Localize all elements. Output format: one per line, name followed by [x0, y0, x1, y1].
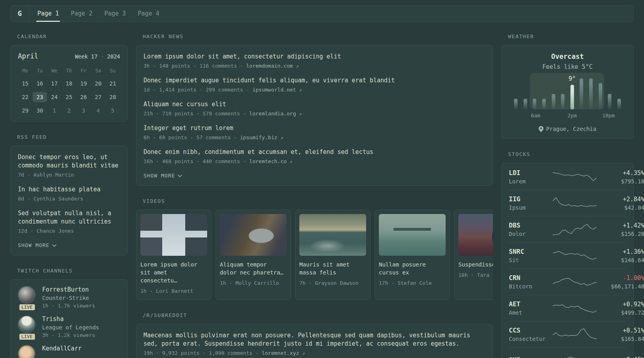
reddit-post-domain[interactable]: loremnet.xyz	[262, 350, 299, 356]
subreddit-card: Maecenas mollis pulvinar erat non posuer…	[136, 324, 493, 358]
calendar-day-next-month: 3	[76, 105, 91, 116]
video-meta: 18h · Tara	[458, 272, 493, 278]
video-card[interactable]: Nullam posuere cursus ex 17h · Stefan Co…	[374, 210, 450, 300]
hacker-news-widget: HACKER NEWS Lorem ipsum dolor sit amet, …	[136, 33, 493, 186]
location-pin-icon	[539, 126, 543, 132]
rss-widget: RSS FEED Donec tempor eros leo, ut commo…	[10, 134, 128, 255]
hn-item-domain[interactable]: loremlandia.org	[249, 111, 296, 117]
stock-price: $499.72	[597, 309, 644, 316]
rss-item-meta: 7d · Ashlyn Martin	[18, 172, 120, 178]
calendar-day: 28	[105, 92, 120, 102]
twitch-channel-meta: 3h · 1.2k viewers	[42, 332, 99, 338]
live-badge: LIVE	[19, 304, 36, 311]
hn-item-stats: 21h · 710 points · 579 comments ·	[144, 111, 246, 117]
calendar-dow: Th	[62, 66, 76, 75]
weather-time-labels: 6am 2pm 10pm	[513, 113, 622, 120]
stock-sparkline	[552, 222, 597, 237]
hn-show-more-button[interactable]: SHOW MORE	[144, 173, 182, 179]
rss-item-title[interactable]: Donec tempor eros leo, ut commodo mauris…	[18, 153, 120, 170]
hn-item-title[interactable]: Integer eget rutrum lorem	[144, 124, 485, 132]
stock-sparkline	[552, 353, 597, 358]
hn-item-domain[interactable]: loremtech.co	[249, 158, 287, 164]
video-card[interactable]: Mauris sit amet massa felis 7h · Grayson…	[295, 210, 370, 300]
calendar-day: 16	[33, 78, 47, 89]
video-meta: 1h · Molly Carrillo	[220, 280, 287, 286]
hn-item-title[interactable]: Lorem ipsum dolor sit amet, consectetur …	[144, 53, 485, 61]
video-thumbnail[interactable]	[379, 214, 446, 256]
stock-sparkline	[552, 196, 597, 211]
twitch-channel-name[interactable]: Trisha	[42, 315, 99, 323]
twitch-channel-name[interactable]: ForrestBurton	[42, 286, 95, 293]
external-link-icon: ↗	[299, 88, 302, 93]
avatar[interactable]	[18, 315, 35, 333]
calendar-day: 22	[18, 92, 33, 102]
rss-show-more-button[interactable]: SHOW MORE	[18, 242, 56, 248]
video-thumbnail[interactable]	[220, 214, 287, 256]
video-title[interactable]: Aliquam tempor dolor nec pharetra…	[220, 261, 287, 276]
weather-condition: Overcast	[509, 53, 626, 60]
video-card[interactable]: Aliquam tempor dolor nec pharetra… 1h · …	[215, 210, 291, 300]
video-card[interactable]: Lorem ipsum dolor sit amet consectetu… 1…	[136, 210, 211, 300]
avatar[interactable]	[18, 345, 35, 358]
weather-bar	[552, 94, 555, 109]
stock-price: $66,171.48	[597, 283, 644, 290]
reddit-post-title[interactable]: Maecenas mollis pulvinar erat non posuer…	[144, 331, 485, 348]
video-thumbnail[interactable]	[458, 214, 493, 256]
video-thumbnail[interactable]	[299, 214, 366, 256]
app-logo[interactable]: G	[11, 6, 29, 21]
calendar-week-info: Week 17 · 2024	[75, 53, 120, 60]
twitch-channel[interactable]: LIVE Trisha League of Legends 3h · 1.2k …	[18, 315, 120, 338]
rss-item: Donec tempor eros leo, ut commodo mauris…	[18, 153, 120, 178]
tab-page-4[interactable]: Page 4	[132, 6, 165, 21]
hn-item: Integer eget rutrum lorem 6h · 60 points…	[144, 124, 485, 140]
hn-item-meta: 16h · 468 points · 440 comments · loremt…	[144, 158, 485, 164]
stock-ticker: AET	[509, 300, 552, 308]
hn-item-title[interactable]: Donec imperdiet augue tincidunt felis al…	[144, 76, 485, 85]
stock-sparkline	[552, 301, 597, 316]
weather-section-title: WEATHER	[508, 33, 634, 39]
video-card[interactable]: Suspendisse diam 18h · Tara	[454, 210, 493, 300]
stock-change: +1.42%	[597, 222, 644, 229]
twitch-channel-name[interactable]: KendallCarr	[42, 345, 81, 352]
hn-item-title[interactable]: Aliquam nec cursus elit	[144, 100, 485, 109]
hn-item-domain[interactable]: ipsumify.biz	[240, 134, 277, 140]
twitch-avatar-wrap: LIVE	[18, 315, 36, 338]
video-title[interactable]: Nullam posuere cursus ex	[379, 261, 446, 276]
weather-bar	[561, 94, 564, 109]
calendar-dow: Mo	[18, 66, 33, 75]
video-title[interactable]: Suspendisse diam	[458, 261, 493, 268]
tab-page-3[interactable]: Page 3	[98, 6, 132, 21]
video-title[interactable]: Mauris sit amet massa felis	[299, 261, 366, 276]
hn-item-domain[interactable]: ipsumworld.net	[252, 87, 296, 93]
hn-item-stats: 6h · 60 points · 57 comments ·	[144, 134, 237, 140]
rss-item-title[interactable]: Sed volutpat nulla nisl, a condimentum n…	[18, 209, 120, 226]
twitch-channel[interactable]: KendallCarr	[18, 345, 120, 358]
calendar-day: 25	[62, 92, 76, 102]
stock-name: Sit	[509, 257, 552, 263]
weather-bar	[608, 94, 611, 109]
avatar[interactable]	[18, 286, 35, 304]
weather-bar	[524, 99, 527, 109]
calendar-section-title: CALENDAR	[17, 33, 128, 39]
video-title[interactable]: Lorem ipsum dolor sit amet consectetu…	[140, 261, 207, 284]
middle-column: HACKER NEWS Lorem ipsum dolor sit amet, …	[136, 33, 493, 358]
stock-change: +0.46%	[597, 356, 644, 358]
stock-change: +1.36%	[597, 248, 644, 255]
hn-item-title[interactable]: Donec enim nibh, condimentum et accumsan…	[144, 148, 485, 156]
tab-page-2[interactable]: Page 2	[65, 6, 98, 21]
stock-name: Dolor	[509, 231, 552, 237]
rss-item-title[interactable]: In hac habitasse platea	[18, 185, 120, 194]
hn-item-domain[interactable]: loremdomain.com	[246, 63, 293, 69]
calendar-header: April Week 17 · 2024	[18, 52, 120, 60]
stock-ticker: SNRC	[509, 248, 552, 255]
chevron-down-icon	[52, 244, 56, 247]
weather-current-temp: 9°	[568, 75, 576, 82]
tab-page-1[interactable]: Page 1	[31, 6, 65, 21]
stock-ticker: LDI	[509, 169, 552, 177]
weather-location: Prague, Czechia	[509, 126, 626, 132]
hn-item-meta: 21h · 710 points · 579 comments · loreml…	[144, 111, 485, 117]
stock-row: IIGIpsum +2.84%$42.04	[509, 190, 626, 216]
video-thumbnail[interactable]	[140, 214, 207, 256]
twitch-channel[interactable]: LIVE ForrestBurton Counter-Strike 1h · 1…	[18, 286, 120, 309]
calendar-grid: Mo Tu We Th Fr Sa Su 15 16 17 18 19 20 2…	[18, 66, 120, 116]
